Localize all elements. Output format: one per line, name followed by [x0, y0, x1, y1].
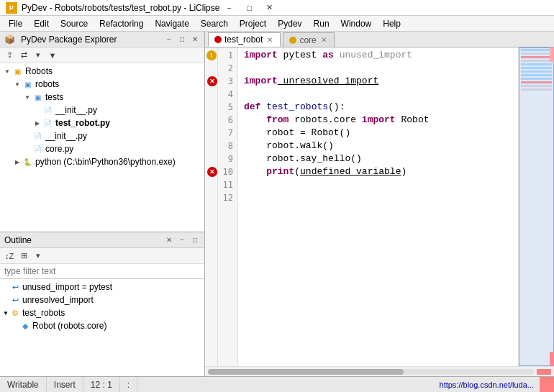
- minimap-error-bottom: [550, 352, 554, 366]
- menu-item-search[interactable]: Search: [195, 17, 234, 30]
- outline-icon: ◆: [20, 321, 30, 331]
- outline-minimize[interactable]: −: [177, 235, 187, 245]
- outline-item[interactable]: ↩unused_import = pytest: [0, 281, 204, 293]
- tab-label: test_robot: [224, 35, 263, 45]
- tree-item[interactable]: ▼▣robots: [0, 78, 204, 91]
- outline-icon: ↩: [10, 282, 20, 292]
- gutter-line: [205, 127, 217, 140]
- unused-token: unused_import: [334, 49, 412, 62]
- menu-item-file[interactable]: File: [3, 17, 28, 30]
- tree-item[interactable]: 📄__init__.py: [0, 129, 204, 142]
- package-explorer-maximize[interactable]: □: [177, 35, 187, 45]
- menu-item-edit[interactable]: Edit: [28, 17, 55, 30]
- status-url: https://blog.csdn.net/luda...: [434, 380, 540, 389]
- outline-item[interactable]: ↩unresolved_import: [0, 293, 204, 306]
- normal-token: robot = Robot(): [244, 127, 350, 140]
- scroll-track[interactable]: [208, 369, 534, 375]
- keyword-token: import: [362, 114, 396, 127]
- outline-menu-button[interactable]: ▾: [32, 250, 45, 263]
- status-error-indicator: [540, 377, 554, 392]
- outline-item[interactable]: ▼⚙test_robots: [0, 306, 204, 319]
- line-number: 9: [218, 152, 237, 165]
- editor-tab-core[interactable]: core ✕: [283, 32, 334, 47]
- tree-item[interactable]: ▶📄test_robot.py: [0, 117, 204, 129]
- menu-item-help[interactable]: Help: [377, 17, 407, 30]
- view-menu-button[interactable]: ▾: [32, 49, 45, 62]
- editor-tab-test_robot[interactable]: test_robot ✕: [208, 32, 281, 47]
- outline-maximize[interactable]: □: [190, 235, 200, 245]
- file-tree[interactable]: ▼▣Robots▼▣robots▼▣tests📄__init__.py▶📄tes…: [0, 63, 204, 232]
- error-token: unresolved_import: [278, 75, 378, 88]
- tree-item[interactable]: ▶🐍python (C:\bin\Python36\python.exe): [0, 155, 204, 168]
- tree-arrow: ▼: [23, 93, 32, 101]
- tab-close-button[interactable]: ✕: [265, 36, 274, 44]
- left-panel: 📦 PyDev Package Explorer − □ ✕ ⇪ ⇄ ▾ ▼ ▼…: [0, 32, 205, 376]
- tree-item[interactable]: 📄core.py: [0, 142, 204, 155]
- minimap-error-top: [550, 47, 554, 62]
- code-line: from robots.core import Robot: [244, 114, 512, 127]
- menu-item-project[interactable]: Project: [234, 17, 272, 30]
- maximize-button[interactable]: □: [240, 2, 258, 14]
- python-icon: 🐍: [22, 156, 33, 168]
- tree-item[interactable]: ▼▣tests: [0, 91, 204, 104]
- line-number: 11: [218, 178, 237, 191]
- status-writable: Writable: [0, 377, 47, 392]
- tree-item[interactable]: 📄__init__.py: [0, 104, 204, 117]
- status-separator: :: [120, 377, 137, 392]
- line-number: 8: [218, 140, 237, 152]
- menu-item-refactoring[interactable]: Refactoring: [94, 17, 149, 30]
- editor-tabs: test_robot ✕ core ✕: [205, 32, 554, 47]
- link-editor-button[interactable]: ⇄: [17, 49, 30, 62]
- outline-icon: ↩: [10, 295, 20, 305]
- scroll-thumb[interactable]: [208, 369, 404, 375]
- tab-status-icon: [214, 36, 222, 43]
- hide-fields-button[interactable]: ⊞: [17, 250, 30, 263]
- editor-area[interactable]: !✕✕ 123456789101112 import pytest as unu…: [205, 47, 554, 366]
- code-line: [244, 62, 512, 75]
- menu-item-source[interactable]: Source: [55, 17, 94, 30]
- more-button[interactable]: ▼: [46, 49, 59, 62]
- menu-item-navigate[interactable]: Navigate: [149, 17, 194, 30]
- horizontal-scrollbar[interactable]: [205, 366, 554, 376]
- outline-item[interactable]: ◆Robot (robots.core): [0, 319, 204, 332]
- tree-item[interactable]: ▼▣Robots: [0, 65, 204, 78]
- gutter-line: [205, 101, 217, 114]
- folder-icon: ▣: [22, 78, 33, 90]
- status-position: 12 : 1: [83, 377, 120, 392]
- sort-button[interactable]: ↕Z: [3, 250, 16, 263]
- error-marker-icon: ✕: [207, 76, 217, 86]
- code-area[interactable]: import pytest as unused_importimport unr…: [238, 47, 518, 366]
- menu-item-run[interactable]: Run: [308, 17, 335, 30]
- normal-token: [244, 114, 266, 127]
- gutter: !✕✕: [205, 47, 218, 366]
- file-icon: 📄: [42, 104, 53, 116]
- outline-filter-input[interactable]: [0, 264, 204, 279]
- package-explorer-close[interactable]: ✕: [190, 35, 200, 45]
- status-insert-mode: Insert: [47, 377, 83, 392]
- outline-item-label: Robot (robots.core): [32, 321, 106, 331]
- close-button[interactable]: ✕: [260, 2, 278, 14]
- normal-token: Robot: [396, 114, 430, 127]
- code-line: [244, 191, 512, 204]
- line-number: 12: [218, 191, 237, 204]
- gutter-line: [205, 114, 217, 127]
- line-number: 7: [218, 127, 237, 140]
- collapse-all-button[interactable]: ⇪: [3, 49, 16, 62]
- window-controls: − □ ✕: [219, 2, 278, 14]
- line-number: 4: [218, 88, 237, 101]
- outline-close[interactable]: ✕: [164, 235, 174, 245]
- minimize-button[interactable]: −: [219, 2, 238, 14]
- outline-tree[interactable]: ↩unused_import = pytest↩unresolved_impor…: [0, 279, 204, 376]
- outline-panel: Outline ✕ − □ ↕Z ⊞ ▾ ↩unused_import = py…: [0, 232, 204, 376]
- code-line: import pytest as unused_import: [244, 49, 512, 62]
- keyword-token: as: [322, 49, 334, 62]
- tree-item-label: tests: [45, 92, 63, 102]
- menu-item-pydev[interactable]: Pydev: [272, 17, 307, 30]
- main-layout: 📦 PyDev Package Explorer − □ ✕ ⇪ ⇄ ▾ ▼ ▼…: [0, 32, 554, 376]
- menu-item-window[interactable]: Window: [335, 17, 378, 30]
- minimap: [518, 47, 554, 366]
- normal-token: ): [401, 165, 407, 178]
- package-explorer-minimize[interactable]: −: [164, 35, 174, 45]
- code-line: robot.say_hello(): [244, 152, 512, 165]
- tab-close-button[interactable]: ✕: [319, 36, 328, 44]
